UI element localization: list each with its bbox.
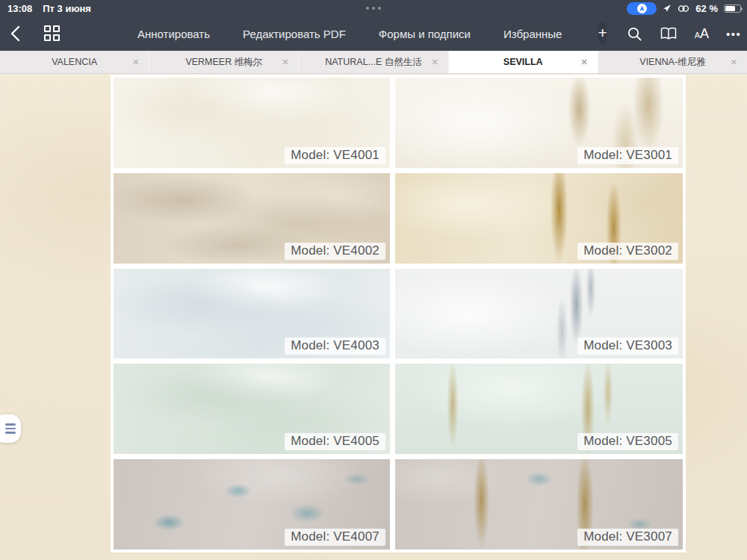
document-tab-bar: VALENCIA ✕ VERMEER 维梅尔 ✕ NATURAL...E 自然生… <box>0 51 747 74</box>
tab-vienna[interactable]: VIENNA-维尼雅 ✕ <box>598 51 747 73</box>
more-options-button[interactable]: ••• <box>726 28 741 40</box>
swatch-ve4007: Model: VE4007 <box>114 459 390 550</box>
swatch-grid: Model: VE4001 Model: VE3001 Model: VE400… <box>111 75 686 553</box>
toolbar: Аннотировать Редактировать PDF Формы и п… <box>0 16 747 51</box>
swatch-ve3001: Model: VE3001 <box>395 78 683 168</box>
multitask-dots-icon <box>366 7 381 10</box>
model-label: Model: VE4002 <box>285 243 385 260</box>
swatch-ve3007: Model: VE3007 <box>395 459 683 550</box>
hotspot-rings-icon <box>678 4 689 13</box>
swatch-ve4003: Model: VE4003 <box>114 269 390 359</box>
sidebar-drag-handle[interactable] <box>0 414 21 443</box>
swatch-ve3005: Model: VE3005 <box>395 364 683 454</box>
tab-sevilla[interactable]: SEVILLA ✕ <box>449 51 598 73</box>
model-label: Model: VE3007 <box>577 529 678 546</box>
model-label: Model: VE3003 <box>577 337 678 355</box>
back-button[interactable] <box>10 24 20 43</box>
model-label: Model: VE4005 <box>285 433 385 450</box>
thumbnails-grid-button[interactable] <box>44 25 60 42</box>
model-label: Model: VE4007 <box>285 529 385 546</box>
close-tab-icon[interactable]: ✕ <box>731 57 737 67</box>
tab-natural-life[interactable]: NATURAL...E 自然生活 ✕ <box>299 51 448 73</box>
reader-book-button[interactable] <box>660 26 678 41</box>
battery-icon <box>724 4 741 13</box>
battery-percent: 62 % <box>695 3 718 14</box>
model-label: Model: VE4001 <box>285 147 385 164</box>
header: 13:08 Пт 3 июня 62 % <box>0 0 747 51</box>
pdf-page-view[interactable]: Model: VE4001 Model: VE3001 Model: VE400… <box>0 74 747 560</box>
swatch-ve4005: Model: VE4005 <box>114 364 390 454</box>
status-bar: 13:08 Пт 3 июня 62 % <box>0 0 747 16</box>
menu-edit-pdf[interactable]: Редактировать PDF <box>243 28 346 40</box>
menu-annotate[interactable]: Аннотировать <box>137 28 210 40</box>
swatch-ve4001: Model: VE4001 <box>114 78 390 168</box>
menu-favorites[interactable]: Избранные <box>503 28 562 40</box>
close-tab-icon[interactable]: ✕ <box>581 57 588 67</box>
toolbar-menu: Аннотировать Редактировать PDF Формы и п… <box>137 28 562 40</box>
menu-forms-signatures[interactable]: Формы и подписи <box>379 28 471 40</box>
status-date: Пт 3 июня <box>43 3 91 14</box>
search-button[interactable] <box>627 26 642 42</box>
close-tab-icon[interactable]: ✕ <box>282 57 288 67</box>
swatch-ve3002: Model: VE3002 <box>395 173 683 264</box>
close-tab-icon[interactable]: ✕ <box>431 57 438 67</box>
close-tab-icon[interactable]: ✕ <box>132 57 139 67</box>
model-label: Model: VE4003 <box>285 337 385 355</box>
status-time: 13:08 <box>7 3 32 14</box>
location-arrow-icon <box>663 4 672 13</box>
model-label: Model: VE3001 <box>577 147 678 164</box>
navigation-active-pill-icon[interactable] <box>627 2 657 15</box>
model-label: Model: VE3005 <box>577 433 678 450</box>
add-button[interactable]: + <box>598 22 607 45</box>
text-size-button[interactable]: AA <box>695 26 709 42</box>
pdf-reader-app: 13:08 Пт 3 июня 62 % <box>0 0 747 560</box>
model-label: Model: VE3002 <box>577 243 678 260</box>
tab-vermeer[interactable]: VERMEER 维梅尔 ✕ <box>149 51 299 73</box>
tab-valencia[interactable]: VALENCIA ✕ <box>0 51 149 73</box>
swatch-ve3003: Model: VE3003 <box>395 269 683 359</box>
swatch-ve4002: Model: VE4002 <box>114 173 390 264</box>
